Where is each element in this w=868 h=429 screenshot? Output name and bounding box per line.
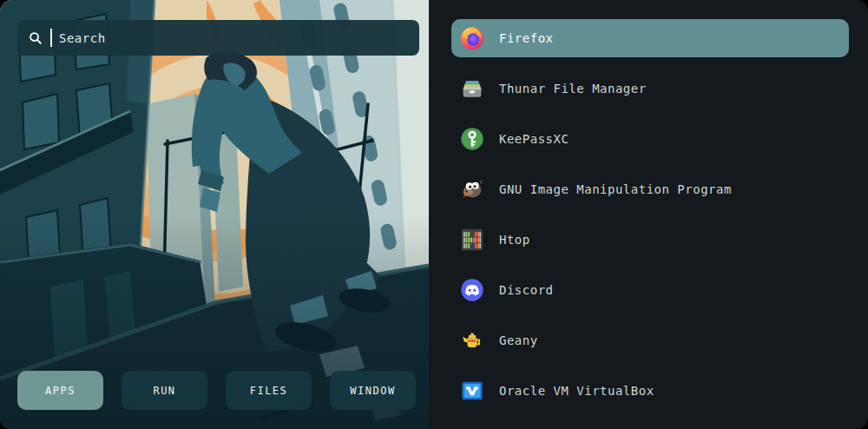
app-row-keepassxc[interactable]: KeePassXC xyxy=(451,120,849,158)
app-label: Thunar File Manager xyxy=(499,82,647,96)
keepassxc-icon xyxy=(459,126,485,152)
app-row-geany[interactable]: Geany xyxy=(451,321,849,360)
app-row-thunar[interactable]: Thunar File Manager xyxy=(451,69,849,108)
search-placeholder: Search xyxy=(59,31,106,45)
app-label: Discord xyxy=(499,283,554,297)
tab-bar: APPS RUN FILES WINDOW xyxy=(17,371,416,410)
app-launcher-window: Search APPS RUN FILES WINDOW xyxy=(0,0,868,429)
text-cursor xyxy=(50,29,52,47)
app-row-discord[interactable]: Discord xyxy=(451,271,849,309)
search-input[interactable]: Search xyxy=(17,20,419,56)
htop-icon xyxy=(459,227,485,253)
app-row-virtualbox[interactable]: Oracle VM VirtualBox xyxy=(451,372,849,410)
geany-icon xyxy=(459,327,485,353)
thunar-icon xyxy=(459,76,485,102)
app-label: Oracle VM VirtualBox xyxy=(499,384,654,398)
app-label: Htop xyxy=(499,233,530,247)
app-row-gimp[interactable]: GNU Image Manipulation Program xyxy=(451,170,849,208)
tab-run[interactable]: RUN xyxy=(122,371,207,410)
app-label: GNU Image Manipulation Program xyxy=(499,182,732,196)
app-row-firefox[interactable]: Firefox xyxy=(451,19,849,57)
tab-files[interactable]: FILES xyxy=(226,371,312,410)
search-icon xyxy=(29,31,43,45)
virtualbox-icon xyxy=(459,378,485,404)
app-label: Geany xyxy=(499,333,538,347)
app-label: KeePassXC xyxy=(499,132,569,146)
wallpaper-illustration xyxy=(0,0,429,429)
app-row-htop[interactable]: Htop xyxy=(451,221,849,259)
wallpaper-panel: Search APPS RUN FILES WINDOW xyxy=(0,0,429,429)
firefox-icon xyxy=(459,25,485,51)
tab-apps[interactable]: APPS xyxy=(17,371,103,410)
app-label: Firefox xyxy=(499,31,554,45)
app-list: Firefox Thunar File Manager xyxy=(429,0,868,429)
gimp-icon xyxy=(459,176,485,202)
tab-window[interactable]: WINDOW xyxy=(330,371,416,410)
discord-icon xyxy=(459,277,485,303)
